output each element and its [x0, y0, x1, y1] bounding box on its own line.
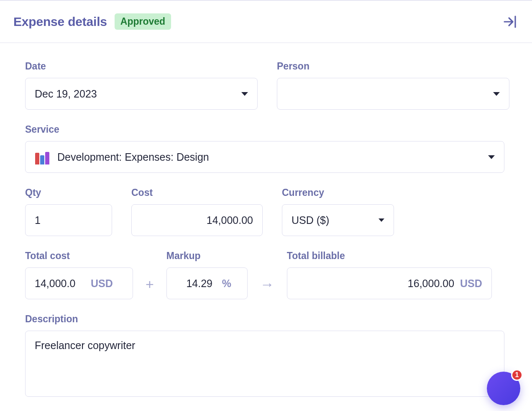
- notification-badge: 1: [511, 369, 523, 381]
- expense-details-panel: Expense details Approved Date Dec 19, 20…: [0, 0, 532, 397]
- collapse-panel-button[interactable]: [504, 15, 518, 28]
- date-select[interactable]: Dec 19, 2023: [25, 78, 258, 110]
- chevron-down-icon: [379, 218, 384, 222]
- date-label: Date: [25, 61, 258, 72]
- totalcost-unit: USD: [91, 277, 113, 290]
- service-value: Development: Expenses: Design: [57, 151, 483, 163]
- chevron-down-icon: [488, 155, 495, 159]
- markup-label: Markup: [166, 250, 248, 262]
- person-label: Person: [277, 61, 509, 72]
- cost-label: Cost: [131, 187, 263, 198]
- panel-header: Expense details Approved: [0, 1, 532, 43]
- plus-icon: +: [146, 276, 154, 293]
- totalcost-label: Total cost: [25, 250, 133, 262]
- cost-input-wrap: [131, 204, 263, 236]
- totalbill-input-wrap: USD: [287, 267, 492, 299]
- totalcost-input[interactable]: [35, 277, 85, 290]
- arrow-right-icon: →: [260, 276, 274, 293]
- collapse-panel-icon: [504, 15, 518, 28]
- service-icon: [35, 149, 50, 164]
- totalbill-input[interactable]: [297, 277, 454, 290]
- totalbill-label: Total billable: [287, 250, 492, 262]
- chevron-down-icon: [241, 92, 248, 96]
- markup-input[interactable]: [183, 277, 216, 290]
- cost-input[interactable]: [141, 214, 253, 226]
- person-select[interactable]: [277, 78, 509, 110]
- chat-fab[interactable]: 1: [487, 372, 520, 405]
- currency-label: Currency: [282, 187, 394, 198]
- totalbill-unit: USD: [460, 277, 482, 290]
- currency-select[interactable]: USD ($): [282, 204, 394, 236]
- qty-input[interactable]: [35, 214, 102, 226]
- markup-input-wrap: %: [166, 267, 248, 299]
- status-badge: Approved: [115, 13, 171, 30]
- description-label: Description: [25, 313, 504, 325]
- description-wrap: [25, 331, 504, 397]
- service-label: Service: [25, 124, 504, 135]
- chevron-down-icon: [493, 92, 500, 96]
- expense-form: Date Dec 19, 2023 Person Service: [0, 43, 532, 397]
- description-input[interactable]: [35, 339, 495, 385]
- page-title: Expense details: [13, 15, 107, 29]
- totalcost-input-wrap: USD: [25, 267, 133, 299]
- date-value: Dec 19, 2023: [35, 88, 236, 100]
- qty-label: Qty: [25, 187, 112, 198]
- currency-value: USD ($): [292, 214, 373, 226]
- markup-unit: %: [222, 277, 231, 290]
- qty-input-wrap: [25, 204, 112, 236]
- service-select[interactable]: Development: Expenses: Design: [25, 141, 504, 173]
